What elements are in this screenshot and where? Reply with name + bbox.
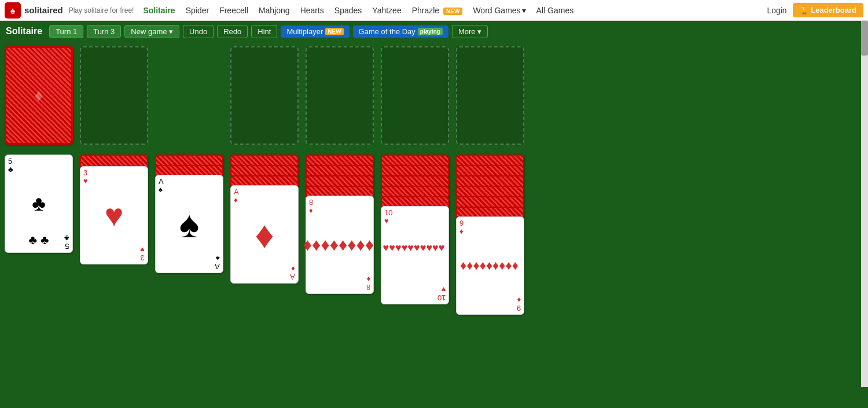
tableau-col6-card6[interactable]: 10♥ ♥♥♥♥♥♥♥♥♥♥ 10♥: [381, 206, 449, 304]
foundation-4: [456, 46, 524, 145]
nav-word-games[interactable]: Word Games ▾: [473, 6, 525, 15]
foundation-1: [230, 46, 299, 145]
nav-spider[interactable]: Spider: [186, 6, 209, 15]
tableau-col2-card2[interactable]: 3♥ ♥ 3♥: [80, 166, 148, 264]
nav-mahjong[interactable]: Mahjong: [259, 6, 290, 15]
tableau-col1-card1[interactable]: 5♣ ♣ ♣ ♣ 5♣: [5, 155, 73, 253]
waste-slot: [80, 46, 148, 145]
scrollbar-thumb[interactable]: [861, 21, 868, 56]
tableau-col4-card4[interactable]: A♦ ♦ A♦: [230, 185, 299, 284]
nav-yahtzee[interactable]: Yahtzee: [372, 6, 401, 15]
turn1-button[interactable]: Turn 1: [49, 25, 83, 38]
game-toolbar: Solitaire Turn 1 Turn 3 New game ▾ Undo …: [0, 21, 868, 42]
stock-pile[interactable]: ♦: [5, 46, 73, 145]
nav-freecell[interactable]: Freecell: [219, 6, 248, 15]
tableau-col5-card5[interactable]: 8♦ ♦♦♦♦♦♦♦♦ 8♦: [306, 196, 374, 294]
scrollbar[interactable]: [861, 21, 868, 387]
more-button[interactable]: More ▾: [452, 25, 488, 38]
gotd-playing-badge: playing: [418, 28, 443, 35]
tableau-col3-card3[interactable]: A♠ ♠ A♠: [155, 175, 223, 273]
redo-button[interactable]: Redo: [217, 25, 248, 38]
logo-area: ♠ solitaired Play solitaire for free!: [5, 2, 134, 19]
nav-right: Login 🏆 Leaderboard: [767, 3, 863, 17]
new-game-button[interactable]: New game ▾: [124, 25, 179, 38]
logo-tagline: Play solitaire for free!: [69, 6, 134, 14]
nav-links: Solitaire Spider Freecell Mahjong Hearts…: [143, 6, 767, 15]
nav-all-games[interactable]: All Games: [536, 6, 574, 15]
game-area: ♦ 5♣ ♣ ♣ ♣ 5♣ 3♥ ♥ 3♥ A♠ ♠ A♠ A♦ ♦ A♦: [0, 42, 868, 408]
nav-hearts[interactable]: Hearts: [300, 6, 324, 15]
login-button[interactable]: Login: [767, 6, 786, 15]
logo-icon: ♠: [5, 2, 21, 19]
multiplayer-button[interactable]: Multiplayer NEW: [281, 25, 349, 38]
turn3-button[interactable]: Turn 3: [87, 25, 121, 38]
game-title: Solitaire: [6, 26, 42, 36]
undo-button[interactable]: Undo: [183, 25, 214, 38]
foundation-3: [381, 46, 449, 145]
nav-spades[interactable]: Spades: [334, 6, 362, 15]
nav-phrazle[interactable]: Phrazle NEW: [412, 6, 463, 15]
top-nav: ♠ solitaired Play solitaire for free! So…: [0, 0, 868, 21]
leaderboard-button[interactable]: 🏆 Leaderboard: [793, 3, 863, 17]
multiplayer-new-badge: NEW: [325, 28, 343, 35]
phrazle-badge: NEW: [443, 8, 462, 15]
svg-text:♠: ♠: [10, 6, 16, 16]
tableau-col7-card7[interactable]: 9♦ ♦♦♦♦♦♦♦♦♦ 9♦: [456, 216, 524, 315]
gotd-button[interactable]: Game of the Day playing: [353, 25, 448, 38]
foundation-2: [306, 46, 374, 145]
hint-button[interactable]: Hint: [251, 25, 277, 38]
nav-solitaire[interactable]: Solitaire: [143, 6, 175, 15]
logo-text: solitaired: [24, 5, 63, 15]
